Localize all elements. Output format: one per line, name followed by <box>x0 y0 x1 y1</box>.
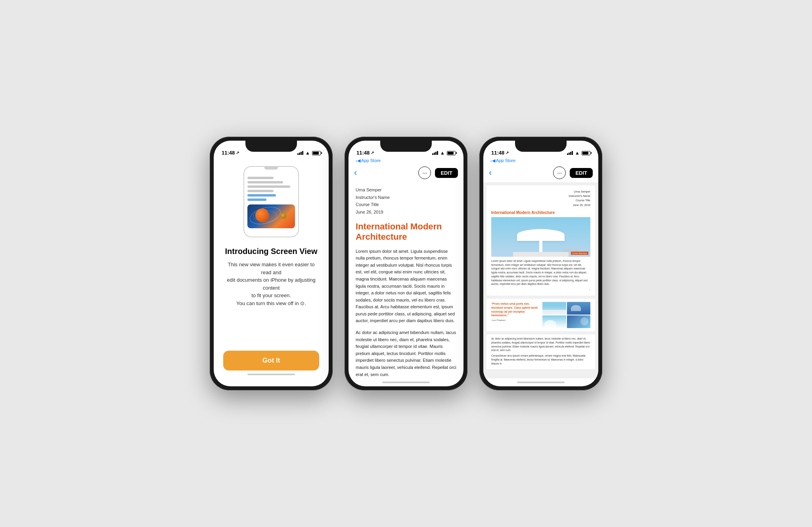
location-arrow-icon: ↗ <box>236 151 239 155</box>
wifi-icon: ▲ <box>440 150 445 156</box>
phone-3-page-view: Urna Semper Instructor's Name Course Tit… <box>483 182 598 378</box>
wifi-icon: ▲ <box>575 150 580 156</box>
phone-2-document: Urna Semper Instructor's Name Course Tit… <box>349 182 463 378</box>
page-sheet-1: Urna Semper Instructor's Name Course Tit… <box>486 185 595 296</box>
signal-icon <box>567 151 573 155</box>
arch-building-label: Centro Niemeyer <box>571 252 588 255</box>
welcome-title: Introducing Screen View <box>225 247 317 256</box>
phone-1-status-icons: ▲ <box>297 150 321 156</box>
screen-view-illustration <box>243 166 299 237</box>
document-header: Urna Semper Instructor's Name Course Tit… <box>356 186 456 216</box>
phone-3-notch <box>515 141 567 152</box>
phone-1-time: 11:48 ↗ <box>222 150 239 156</box>
location-arrow-icon: ↗ <box>371 151 374 155</box>
arch-thumb-3 <box>542 315 566 328</box>
phone-3-status-icons: ▲ <box>567 150 590 156</box>
back-button[interactable]: ‹ <box>489 168 492 178</box>
home-indicator <box>247 370 295 378</box>
phones-container: 11:48 ↗ ▲ <box>210 137 602 390</box>
quote-author: -Leo Praesen <box>491 319 539 321</box>
quote-section: "Proin metus urna porta non, tincidunt o… <box>491 302 539 328</box>
edit-button[interactable]: EDIT <box>435 168 458 178</box>
document-title: International Modern Architecture <box>356 221 456 242</box>
phone-2-time: 11:48 ↗ <box>356 150 374 156</box>
illustration-space-image <box>247 204 295 228</box>
phone-1: 11:48 ↗ ▲ <box>210 137 333 390</box>
back-button[interactable]: ‹ <box>354 168 357 178</box>
phone-3-back-nav[interactable]: ‹ ◀ App Store <box>483 158 598 165</box>
page-number: 1 <box>491 288 590 291</box>
page-document-title: International Modern Architecture <box>491 210 590 215</box>
page-sheet-3: Ac dolor ac adipiscing amet bibendum nul… <box>486 334 595 369</box>
phone-3-screen: 11:48 ↗ ▲ ‹ <box>483 141 598 386</box>
phone-3-time: 11:48 ↗ <box>491 150 509 156</box>
page-body-text-1: Lorem ipsum dolor sit amet. Ligula suspe… <box>491 259 590 286</box>
edit-button[interactable]: EDIT <box>570 168 593 178</box>
location-arrow-icon: ↗ <box>506 151 509 155</box>
wifi-icon: ▲ <box>305 150 310 156</box>
arch-thumb-1 <box>542 302 566 315</box>
phone-2-nav: ‹ ··· EDIT <box>349 165 463 182</box>
phone-1-notch <box>245 141 297 152</box>
niemeyer-base <box>513 252 569 257</box>
got-it-button[interactable]: Got It <box>223 351 319 370</box>
page-sheet-2: "Proin metus urna porta non, tincidunt o… <box>486 299 595 331</box>
signal-icon <box>297 151 303 155</box>
nav-actions: ··· EDIT <box>553 166 593 179</box>
planet-icon <box>255 208 269 222</box>
architecture-image: Centro Niemeyer <box>491 217 590 257</box>
nav-actions: ··· EDIT <box>418 166 458 179</box>
signal-icon <box>432 151 438 155</box>
battery-icon <box>582 151 590 155</box>
small-planet-icon <box>281 213 286 219</box>
arch-thumb-4 <box>567 315 591 328</box>
arch-thumb-2 <box>567 302 591 315</box>
paragraph-1: Lorem ipsum dolor sit amet. Ligula suspe… <box>356 248 456 325</box>
home-indicator <box>349 378 463 386</box>
phone-2-back-nav[interactable]: ‹ ◀ App Store <box>349 158 463 165</box>
phone-1-screen: 11:48 ↗ ▲ <box>214 141 329 386</box>
phone-2-status-icons: ▲ <box>432 150 456 156</box>
page-header: Urna Semper Instructor's Name Course Tit… <box>491 189 590 207</box>
home-indicator <box>483 378 598 386</box>
battery-icon <box>447 151 456 155</box>
phone-3: 11:48 ↗ ▲ ‹ <box>479 137 602 390</box>
niemeyer-disc <box>517 229 565 241</box>
page-body-text-3: Consectetuer arcu ipsum ornare pellentes… <box>491 354 590 365</box>
quote-text: "Proin metus urna porta non, tincidunt o… <box>491 302 539 317</box>
welcome-description: This new view makes it even easier to re… <box>223 261 319 307</box>
phone-3-nav: ‹ ··· EDIT <box>483 165 598 182</box>
page-body-text-2: Ac dolor ac adipiscing amet bibendum nul… <box>491 337 590 352</box>
battery-icon <box>312 151 321 155</box>
phone-2-notch <box>380 141 432 152</box>
phone-2-screen: 11:48 ↗ ▲ ‹ <box>349 141 463 386</box>
paragraph-2: Ac dolor ac adipiscing amet bibendum nul… <box>356 329 456 378</box>
more-options-button[interactable]: ··· <box>553 166 566 179</box>
phone-1-content: Introducing Screen View This new view ma… <box>214 158 329 386</box>
document-body: Lorem ipsum dolor sit amet. Ligula suspe… <box>356 248 456 378</box>
more-options-button[interactable]: ··· <box>418 166 431 179</box>
architecture-images-grid <box>542 302 590 328</box>
phone-2: 11:48 ↗ ▲ ‹ <box>345 137 467 390</box>
